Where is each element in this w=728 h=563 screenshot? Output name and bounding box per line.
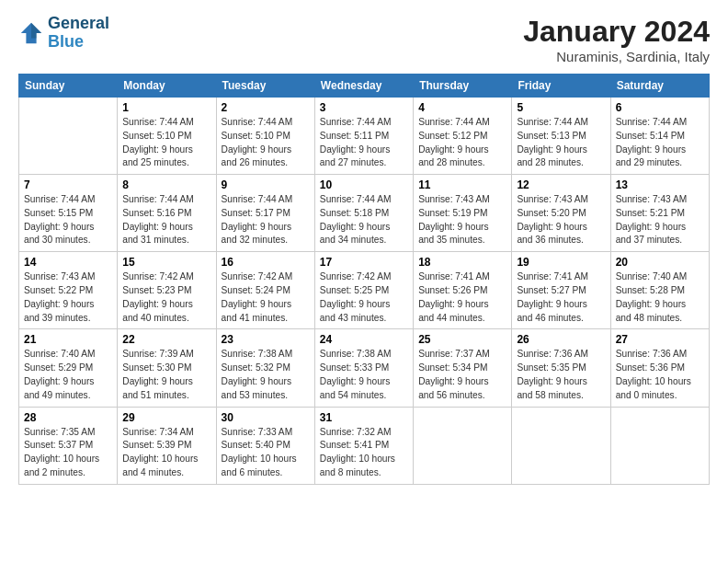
- calendar-cell: 20Sunrise: 7:40 AM Sunset: 5:28 PM Dayli…: [610, 252, 709, 329]
- calendar-cell: 6Sunrise: 7:44 AM Sunset: 5:14 PM Daylig…: [610, 98, 709, 175]
- calendar-cell: 19Sunrise: 7:41 AM Sunset: 5:27 PM Dayli…: [512, 252, 610, 329]
- day-info: Sunrise: 7:36 AM Sunset: 5:36 PM Dayligh…: [616, 348, 704, 402]
- day-header-thursday: Thursday: [414, 75, 512, 98]
- day-info: Sunrise: 7:43 AM Sunset: 5:22 PM Dayligh…: [24, 270, 112, 325]
- logo-icon: [18, 20, 44, 46]
- calendar-cell: 29Sunrise: 7:34 AM Sunset: 5:39 PM Dayli…: [118, 407, 216, 484]
- day-number: 1: [122, 101, 210, 114]
- day-number: 20: [616, 256, 704, 269]
- calendar-cell: 21Sunrise: 7:40 AM Sunset: 5:29 PM Dayli…: [19, 329, 118, 407]
- day-number: 5: [517, 101, 605, 114]
- day-info: Sunrise: 7:34 AM Sunset: 5:39 PM Dayligh…: [122, 426, 210, 480]
- calendar-table: SundayMondayTuesdayWednesdayThursdayFrid…: [18, 74, 710, 485]
- day-number: 10: [320, 178, 408, 191]
- day-info: Sunrise: 7:44 AM Sunset: 5:12 PM Dayligh…: [418, 116, 506, 170]
- day-info: Sunrise: 7:41 AM Sunset: 5:26 PM Dayligh…: [418, 270, 506, 325]
- calendar-cell: 15Sunrise: 7:42 AM Sunset: 5:23 PM Dayli…: [118, 252, 216, 329]
- day-info: Sunrise: 7:43 AM Sunset: 5:21 PM Dayligh…: [616, 193, 704, 247]
- calendar-cell: 4Sunrise: 7:44 AM Sunset: 5:12 PM Daylig…: [414, 98, 512, 175]
- day-info: Sunrise: 7:44 AM Sunset: 5:15 PM Dayligh…: [24, 193, 112, 247]
- day-number: 6: [616, 101, 704, 114]
- logo-line1: General: [48, 15, 109, 33]
- calendar-cell: 26Sunrise: 7:36 AM Sunset: 5:35 PM Dayli…: [512, 329, 610, 407]
- day-info: Sunrise: 7:42 AM Sunset: 5:25 PM Dayligh…: [320, 270, 408, 325]
- day-number: 8: [122, 178, 210, 191]
- day-number: 29: [122, 411, 210, 424]
- day-info: Sunrise: 7:32 AM Sunset: 5:41 PM Dayligh…: [320, 426, 408, 480]
- calendar-cell: 1Sunrise: 7:44 AM Sunset: 5:10 PM Daylig…: [118, 98, 216, 175]
- calendar-cell: 25Sunrise: 7:37 AM Sunset: 5:34 PM Dayli…: [414, 329, 512, 407]
- logo: General Blue: [18, 15, 109, 52]
- day-info: Sunrise: 7:42 AM Sunset: 5:24 PM Dayligh…: [222, 270, 310, 325]
- svg-marker-1: [31, 23, 41, 39]
- day-info: Sunrise: 7:44 AM Sunset: 5:18 PM Dayligh…: [320, 193, 408, 247]
- calendar-cell: 23Sunrise: 7:38 AM Sunset: 5:32 PM Dayli…: [216, 329, 314, 407]
- calendar-cell: [610, 407, 709, 484]
- calendar-cell: 30Sunrise: 7:33 AM Sunset: 5:40 PM Dayli…: [216, 407, 314, 484]
- day-number: 3: [320, 101, 408, 114]
- day-number: 24: [320, 333, 408, 346]
- day-info: Sunrise: 7:36 AM Sunset: 5:35 PM Dayligh…: [517, 348, 605, 402]
- day-info: Sunrise: 7:40 AM Sunset: 5:28 PM Dayligh…: [616, 270, 704, 325]
- week-row-1: 1Sunrise: 7:44 AM Sunset: 5:10 PM Daylig…: [19, 98, 710, 175]
- day-number: 21: [24, 333, 112, 346]
- calendar-cell: 2Sunrise: 7:44 AM Sunset: 5:10 PM Daylig…: [216, 98, 314, 175]
- calendar-cell: 17Sunrise: 7:42 AM Sunset: 5:25 PM Dayli…: [314, 252, 413, 329]
- logo-line2: Blue: [48, 33, 109, 52]
- calendar-cell: 10Sunrise: 7:44 AM Sunset: 5:18 PM Dayli…: [314, 175, 413, 252]
- day-info: Sunrise: 7:38 AM Sunset: 5:32 PM Dayligh…: [222, 348, 310, 402]
- header: General Blue January 2024 Nuraminis, Sar…: [18, 15, 710, 64]
- day-info: Sunrise: 7:44 AM Sunset: 5:13 PM Dayligh…: [517, 116, 605, 170]
- day-number: 16: [222, 256, 310, 269]
- calendar-cell: 18Sunrise: 7:41 AM Sunset: 5:26 PM Dayli…: [414, 252, 512, 329]
- day-info: Sunrise: 7:44 AM Sunset: 5:16 PM Dayligh…: [122, 193, 210, 247]
- calendar-cell: 7Sunrise: 7:44 AM Sunset: 5:15 PM Daylig…: [19, 175, 118, 252]
- day-header-sunday: Sunday: [19, 75, 118, 98]
- day-number: 11: [418, 178, 506, 191]
- day-number: 17: [320, 256, 408, 269]
- day-info: Sunrise: 7:41 AM Sunset: 5:27 PM Dayligh…: [517, 270, 605, 325]
- day-info: Sunrise: 7:44 AM Sunset: 5:10 PM Dayligh…: [222, 116, 310, 170]
- day-info: Sunrise: 7:43 AM Sunset: 5:20 PM Dayligh…: [517, 193, 605, 247]
- day-info: Sunrise: 7:38 AM Sunset: 5:33 PM Dayligh…: [320, 348, 408, 402]
- day-number: 31: [320, 411, 408, 424]
- calendar-cell: 13Sunrise: 7:43 AM Sunset: 5:21 PM Dayli…: [610, 175, 709, 252]
- week-row-3: 14Sunrise: 7:43 AM Sunset: 5:22 PM Dayli…: [19, 252, 710, 329]
- day-number: 7: [24, 178, 112, 191]
- day-header-friday: Friday: [512, 75, 610, 98]
- calendar-cell: 22Sunrise: 7:39 AM Sunset: 5:30 PM Dayli…: [118, 329, 216, 407]
- day-number: 26: [517, 333, 605, 346]
- day-header-saturday: Saturday: [610, 75, 709, 98]
- calendar-cell: 11Sunrise: 7:43 AM Sunset: 5:19 PM Dayli…: [414, 175, 512, 252]
- day-number: 13: [616, 178, 704, 191]
- day-info: Sunrise: 7:44 AM Sunset: 5:10 PM Dayligh…: [122, 116, 210, 170]
- week-row-5: 28Sunrise: 7:35 AM Sunset: 5:37 PM Dayli…: [19, 407, 710, 484]
- day-info: Sunrise: 7:44 AM Sunset: 5:17 PM Dayligh…: [222, 193, 310, 247]
- calendar-cell: 24Sunrise: 7:38 AM Sunset: 5:33 PM Dayli…: [314, 329, 413, 407]
- calendar-cell: 5Sunrise: 7:44 AM Sunset: 5:13 PM Daylig…: [512, 98, 610, 175]
- calendar-cell: 31Sunrise: 7:32 AM Sunset: 5:41 PM Dayli…: [314, 407, 413, 484]
- day-info: Sunrise: 7:43 AM Sunset: 5:19 PM Dayligh…: [418, 193, 506, 247]
- logo-text: General Blue: [48, 15, 109, 52]
- calendar-cell: 14Sunrise: 7:43 AM Sunset: 5:22 PM Dayli…: [19, 252, 118, 329]
- day-number: 12: [517, 178, 605, 191]
- day-info: Sunrise: 7:44 AM Sunset: 5:11 PM Dayligh…: [320, 116, 408, 170]
- day-number: 4: [418, 101, 506, 114]
- day-number: 22: [122, 333, 210, 346]
- month-year: January 2024: [523, 15, 710, 49]
- calendar-cell: 9Sunrise: 7:44 AM Sunset: 5:17 PM Daylig…: [216, 175, 314, 252]
- day-info: Sunrise: 7:44 AM Sunset: 5:14 PM Dayligh…: [616, 116, 704, 170]
- day-number: 14: [24, 256, 112, 269]
- week-row-4: 21Sunrise: 7:40 AM Sunset: 5:29 PM Dayli…: [19, 329, 710, 407]
- calendar-cell: 3Sunrise: 7:44 AM Sunset: 5:11 PM Daylig…: [314, 98, 413, 175]
- title-block: January 2024 Nuraminis, Sardinia, Italy: [523, 15, 710, 64]
- day-info: Sunrise: 7:39 AM Sunset: 5:30 PM Dayligh…: [122, 348, 210, 402]
- day-number: 2: [222, 101, 310, 114]
- day-info: Sunrise: 7:42 AM Sunset: 5:23 PM Dayligh…: [122, 270, 210, 325]
- day-info: Sunrise: 7:40 AM Sunset: 5:29 PM Dayligh…: [24, 348, 112, 402]
- day-number: 9: [222, 178, 310, 191]
- day-info: Sunrise: 7:37 AM Sunset: 5:34 PM Dayligh…: [418, 348, 506, 402]
- day-number: 28: [24, 411, 112, 424]
- day-number: 15: [122, 256, 210, 269]
- day-header-monday: Monday: [118, 75, 216, 98]
